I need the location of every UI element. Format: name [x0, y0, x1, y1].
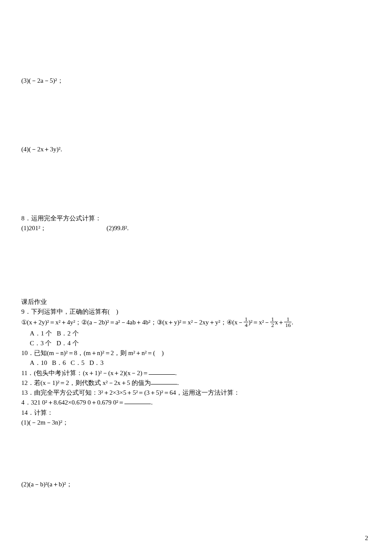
q9-expr-end: .: [291, 318, 293, 327]
frac-num: 1: [284, 316, 291, 322]
q8-title: 8．运用完全平方公式计算：: [21, 214, 371, 223]
q12-post: .: [177, 379, 179, 386]
q9-stem: 9．下列运算中，正确的运算有( ): [21, 307, 371, 317]
fill-blank[interactable]: [151, 378, 177, 384]
q8-part-1: (1)201²；: [21, 223, 107, 233]
fill-blank[interactable]: [124, 397, 151, 404]
q13-line2-pre: 4．321 0²＋8.642×0.679 0＋0.679 0²＝: [21, 399, 124, 406]
q9-options-line: ①(x＋2y)²＝x²＋4y²；②(a－2b)²＝a²－4ab＋4b²；③(x＋…: [21, 317, 371, 329]
q10-choice-b: B．6: [52, 359, 66, 366]
frac-num: 1: [244, 316, 248, 322]
section-header-homework: 课后作业: [21, 297, 371, 307]
frac-num: 1: [270, 316, 275, 322]
frac-1-16: 1 16: [284, 316, 291, 328]
q14-part-1: (1)(－2m－3n)²；: [21, 418, 371, 428]
q9-choice-c: C．3 个: [30, 340, 52, 347]
q10-choice-a: A．10: [30, 359, 47, 366]
q13-line1: 13．由完全平方公式可知：3²＋2×3×5＋5²＝(3＋5)²＝64，运用这一方…: [21, 388, 371, 398]
q9-choices-row2: C．3 个 D．4 个: [21, 338, 371, 348]
fill-blank[interactable]: [149, 368, 175, 375]
frac-den: 2: [270, 322, 275, 328]
frac-den: 16: [284, 322, 291, 328]
q9-expr-mid2: x＋: [275, 318, 285, 327]
q11-post: .: [175, 370, 177, 376]
q12-text: 12．若(x－1)²＝2，则代数式 x²－2x＋5 的值为: [21, 379, 151, 386]
q14-title: 14．计算：: [21, 408, 371, 418]
q13-line2-post: .: [151, 399, 153, 406]
q7-part-4: (4)(－2x＋3y)².: [21, 145, 371, 154]
frac-den: 4: [244, 322, 248, 328]
q10-choices: A．10 B．6 C．5 D．3: [21, 358, 371, 368]
frac-1-2: 1 2: [270, 316, 275, 328]
q9-expr-mid1: )²＝x²－: [248, 318, 271, 327]
q9-choice-b: B．2 个: [57, 330, 78, 337]
q11-line: 11．(包头中考)计算：(x＋1)²－(x＋2)(x－2)＝.: [21, 368, 371, 378]
q10-stem: 10．已知(m－n)²＝8，(m＋n)²＝2，则 m²＋n²＝( ): [21, 348, 371, 358]
q13-line2: 4．321 0²＋8.642×0.679 0＋0.679 0²＝.: [21, 398, 371, 408]
q11-text: 11．(包头中考)计算：(x＋1)²－(x＋2)(x－2)＝: [21, 370, 149, 376]
q9-choice-d: D．4 个: [57, 340, 79, 347]
q7-part-3: (3)(－2a－5)²；: [21, 76, 371, 86]
q9-expr-prefix: ①(x＋2y)²＝x²＋4y²；②(a－2b)²＝a²－4ab＋4b²；③(x＋…: [21, 318, 244, 327]
q14-part-2: (2)(a－b)²(a＋b)²；: [21, 480, 371, 489]
page-number: 2: [365, 533, 369, 543]
frac-1-4: 1 4: [244, 316, 248, 328]
q9-choice-a: A．1 个: [30, 330, 52, 337]
q10-choice-c: C．5: [71, 359, 85, 366]
q12-line: 12．若(x－1)²＝2，则代数式 x²－2x＋5 的值为.: [21, 378, 371, 388]
q8-part-2: (2)99.8².: [107, 223, 129, 233]
q9-choices-row1: A．1 个 B．2 个: [21, 329, 371, 338]
q10-choice-d: D．3: [89, 359, 104, 366]
